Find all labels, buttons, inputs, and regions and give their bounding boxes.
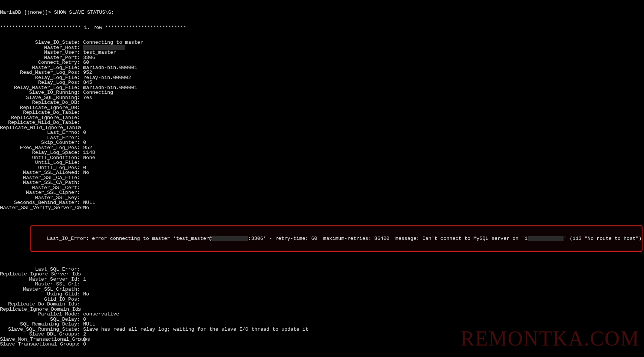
field-label: Slave_SQL_Running <box>0 95 77 100</box>
status-field-row: Replicate_Wild_Ignore_Table: <box>0 125 644 130</box>
field-label: Until_Condition <box>0 155 77 161</box>
status-field-row: Last_SQL_Error: <box>0 267 644 272</box>
redacted-host-1 <box>212 236 248 241</box>
field-label: Master_SSL_Cert <box>0 185 77 191</box>
error-text-pre: error connecting to master 'test_master@ <box>92 236 212 241</box>
error-text-end: ' (113 "No route to host") <box>564 236 642 241</box>
status-field-row: Master_User: test_master <box>0 50 644 55</box>
status-field-row: Gtid_IO_Pos: <box>0 297 644 302</box>
status-field-row: Master_Port: 3306 <box>0 55 644 60</box>
status-field-row: Replicate_Ignore_Table: <box>0 115 644 120</box>
status-field-row: Slave_IO_State: Connecting to master <box>0 40 644 45</box>
field-label: Master_SSL_Crl <box>0 282 77 287</box>
field-label: Slave_Transactional_Groups <box>0 342 77 347</box>
status-field-row: Master_SSL_Verify_Server_Cert: No <box>0 205 644 211</box>
status-fields-2: Last_SQL_Error: Replicate_Ignore_Server_… <box>0 267 644 347</box>
error-highlight-box: Last_IO_Error: error connecting to maste… <box>30 225 643 252</box>
status-field-row: Master_SSL_Cipher: <box>0 190 644 195</box>
field-value: conservative <box>83 311 119 317</box>
field-value: 0 <box>83 341 86 347</box>
last-io-error-line: Last_IO_Error: error connecting to maste… <box>32 236 641 241</box>
field-label: Relay_Log_File <box>0 75 77 80</box>
field-label: Master_SSL_Allowed <box>0 170 77 175</box>
field-label: Replicate_Ignore_Table <box>0 115 77 120</box>
field-value: Slave has read all relay log; waiting fo… <box>83 327 308 332</box>
status-field-row: Exec_Master_Log_Pos: 952 <box>0 145 644 151</box>
field-value: 1 <box>83 277 86 282</box>
field-label: Until_Log_Pos <box>0 165 77 171</box>
status-field-row: Master_Host: <box>0 45 644 50</box>
status-field-row: Slave_SQL_Running_State: Slave has read … <box>0 327 644 332</box>
field-label: Replicate_Ignore_DB <box>0 105 77 110</box>
field-label: Replicate_Do_Table <box>0 110 77 115</box>
status-field-row: Master_SSL_Cert: <box>0 185 644 191</box>
field-value: Connecting to master <box>83 40 143 45</box>
field-label: Last_Error <box>0 135 77 141</box>
field-label: Master_SSL_CA_Path <box>0 180 77 185</box>
prompt: MariaDB [(none)]> <box>0 10 54 15</box>
field-label: Master_SSL_Key <box>0 195 77 201</box>
status-field-row: Until_Log_File: <box>0 160 644 165</box>
status-field-row: Slave_Non_Transactional_Groups: 0 <box>0 337 644 342</box>
field-label: Slave_IO_State <box>0 40 77 45</box>
field-label: Last_Errno <box>0 130 77 135</box>
status-field-row: Master_SSL_Crlpath: <box>0 287 644 292</box>
status-field-row: Relay_Master_Log_File: mariadb-bin.00000… <box>0 85 644 90</box>
status-field-row: Slave_Transactional_Groups: 0 <box>0 342 644 347</box>
field-value: No <box>83 205 89 211</box>
field-label: Replicate_Do_Domain_Ids <box>0 302 77 307</box>
command-line: MariaDB [(none)]> SHOW SLAVE STATUS\G; <box>0 10 644 15</box>
status-field-row: Slave_IO_Running: Connecting <box>0 90 644 95</box>
status-field-row: Until_Log_Pos: 0 <box>0 165 644 171</box>
redacted-host-2 <box>528 236 564 241</box>
field-value: Yes <box>83 95 92 100</box>
field-label: Slave_Non_Transactional_Groups <box>0 337 77 342</box>
status-field-row: Slave_DDL_Groups: 2 <box>0 332 644 337</box>
field-label: Master_Server_Id <box>0 277 77 282</box>
field-label: Slave_IO_Running <box>0 90 77 95</box>
status-field-row: Master_SSL_CA_File: <box>0 175 644 181</box>
field-label: Last_IO_Error <box>47 236 86 241</box>
field-value: None <box>83 155 95 161</box>
status-field-row: Relay_Log_Pos: 845 <box>0 80 644 85</box>
field-label: Master_User <box>0 50 77 55</box>
field-label: Master_SSL_CA_File <box>0 175 77 181</box>
field-label: Exec_Master_Log_Pos <box>0 145 77 151</box>
status-field-row: Master_Server_Id: 1 <box>0 277 644 282</box>
status-field-row: Relay_Log_File: relay-bin.000002 <box>0 75 644 80</box>
field-label: Master_Log_File <box>0 65 77 70</box>
field-label: Using_Gtid <box>0 292 77 297</box>
field-label: Master_Host <box>0 45 77 50</box>
command-text: SHOW SLAVE STATUS\G; <box>54 10 114 15</box>
field-label: Replicate_Wild_Ignore_Table <box>0 125 77 130</box>
field-label: Relay_Log_Pos <box>0 80 77 85</box>
status-field-row: Last_Error: <box>0 135 644 141</box>
field-label: Parallel_Mode <box>0 312 77 317</box>
status-field-row: Replicate_Ignore_DB: <box>0 105 644 110</box>
field-label: Last_SQL_Error <box>0 267 77 272</box>
status-field-row: Replicate_Ignore_Domain_Ids: <box>0 307 644 312</box>
field-label: Replicate_Wild_Do_Table <box>0 120 77 125</box>
field-label: Read_Master_Log_Pos <box>0 70 77 75</box>
field-label: Master_Port <box>0 55 77 60</box>
field-label: Gtid_IO_Pos <box>0 297 77 302</box>
field-label: Master_SSL_Verify_Server_Cert <box>0 205 77 211</box>
field-label: Replicate_Ignore_Server_Ids <box>0 272 77 277</box>
field-value: No <box>83 291 89 297</box>
status-field-row: Replicate_Do_Domain_Ids: <box>0 302 644 307</box>
field-label: Seconds_Behind_Master <box>0 200 77 205</box>
status-field-row: Relay_Log_Space: 1148 <box>0 150 644 155</box>
status-field-row: Master_SSL_Key: <box>0 195 644 201</box>
field-label: Connect_Retry <box>0 60 77 65</box>
error-text-mid: :3306' - retry-time: 60 maximum-retries:… <box>248 236 527 241</box>
field-label: Skip_Counter <box>0 140 77 145</box>
field-value: No <box>83 170 89 175</box>
field-label: Replicate_Ignore_Domain_Ids <box>0 307 77 312</box>
field-label: Master_SSL_Cipher <box>0 190 77 195</box>
status-field-row: Master_SSL_Allowed: No <box>0 170 644 175</box>
field-label: Replicate_Do_DB <box>0 100 77 105</box>
field-label: SQL_Delay <box>0 317 77 322</box>
status-field-row: Using_Gtid: No <box>0 292 644 297</box>
status-field-row: Parallel_Mode: conservative <box>0 312 644 317</box>
field-label: Master_SSL_Crlpath <box>0 287 77 292</box>
